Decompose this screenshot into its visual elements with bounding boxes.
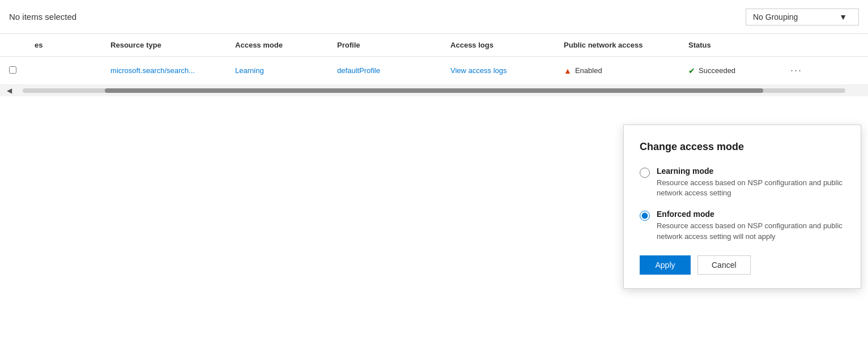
enforced-mode-radio[interactable]: [640, 211, 650, 221]
col-header-status: Status: [679, 34, 781, 57]
success-icon: ✔: [688, 66, 695, 75]
apply-button[interactable]: Apply: [640, 255, 691, 275]
access-logs-link[interactable]: View access logs: [450, 66, 507, 75]
scrollbar-thumb[interactable]: [105, 88, 763, 93]
learning-mode-option: Learning mode Resource access based on N…: [640, 166, 845, 198]
row-status: ✔ Succeeded: [679, 57, 781, 85]
top-bar: No items selected No Grouping ▼: [0, 0, 868, 34]
row-public-network-access: ▲ Enabled: [555, 57, 679, 85]
popup-actions: Apply Cancel: [640, 255, 845, 275]
chevron-down-icon: ▼: [839, 12, 847, 22]
col-header-public-network-access: Public network access: [555, 34, 679, 57]
enforced-mode-desc: Resource access based on NSP configurati…: [657, 221, 845, 241]
row-resource-type[interactable]: microsoft.search/search...: [101, 57, 226, 85]
scroll-left-button[interactable]: ◀: [0, 85, 18, 96]
row-checkbox[interactable]: [9, 66, 16, 74]
col-header-actions: [781, 34, 868, 57]
col-header-profile: Profile: [328, 34, 441, 57]
col-header-es: es: [25, 34, 101, 57]
cancel-button[interactable]: Cancel: [697, 255, 751, 275]
table-container: es Resource type Access mode Profile Acc…: [0, 34, 868, 85]
scrollbar-track[interactable]: [23, 88, 845, 93]
col-header-access-logs: Access logs: [441, 34, 555, 57]
profile-link[interactable]: defaultProfile: [337, 66, 380, 75]
enforced-mode-label-group: Enforced mode Resource access based on N…: [657, 210, 845, 241]
popup-title: Change access mode: [640, 141, 845, 153]
grouping-dropdown[interactable]: No Grouping ▼: [746, 8, 859, 25]
row-access-mode[interactable]: Learning: [226, 57, 328, 85]
enforced-mode-option: Enforced mode Resource access based on N…: [640, 210, 845, 241]
resource-type-link[interactable]: microsoft.search/search...: [110, 66, 195, 75]
horizontal-scrollbar[interactable]: ◀: [0, 85, 868, 96]
learning-mode-radio[interactable]: [640, 168, 650, 178]
learning-mode-title: Learning mode: [657, 166, 845, 176]
col-header-access-mode: Access mode: [226, 34, 328, 57]
more-options-icon[interactable]: ···: [790, 65, 802, 76]
learning-mode-label-group: Learning mode Resource access based on N…: [657, 166, 845, 198]
warning-icon: ▲: [564, 66, 572, 75]
access-mode-link[interactable]: Learning: [235, 66, 264, 75]
learning-mode-desc: Resource access based on NSP configurati…: [657, 178, 845, 198]
grouping-label: No Grouping: [753, 12, 798, 22]
row-profile[interactable]: defaultProfile: [328, 57, 441, 85]
row-es-cell: [25, 57, 101, 85]
row-checkbox-cell[interactable]: [0, 57, 25, 85]
col-header-resource-type: Resource type: [101, 34, 226, 57]
row-access-logs[interactable]: View access logs: [441, 57, 555, 85]
main-table: es Resource type Access mode Profile Acc…: [0, 34, 868, 85]
enforced-mode-title: Enforced mode: [657, 210, 845, 219]
enabled-label: Enabled: [575, 66, 602, 75]
status-label: Succeeded: [699, 66, 735, 75]
col-header-checkbox: [0, 34, 25, 57]
row-more-cell[interactable]: ···: [781, 57, 868, 85]
no-items-label: No items selected: [9, 12, 76, 22]
table-row: microsoft.search/search... Learning defa…: [0, 57, 868, 85]
change-access-mode-panel: Change access mode Learning mode Resourc…: [623, 125, 861, 289]
